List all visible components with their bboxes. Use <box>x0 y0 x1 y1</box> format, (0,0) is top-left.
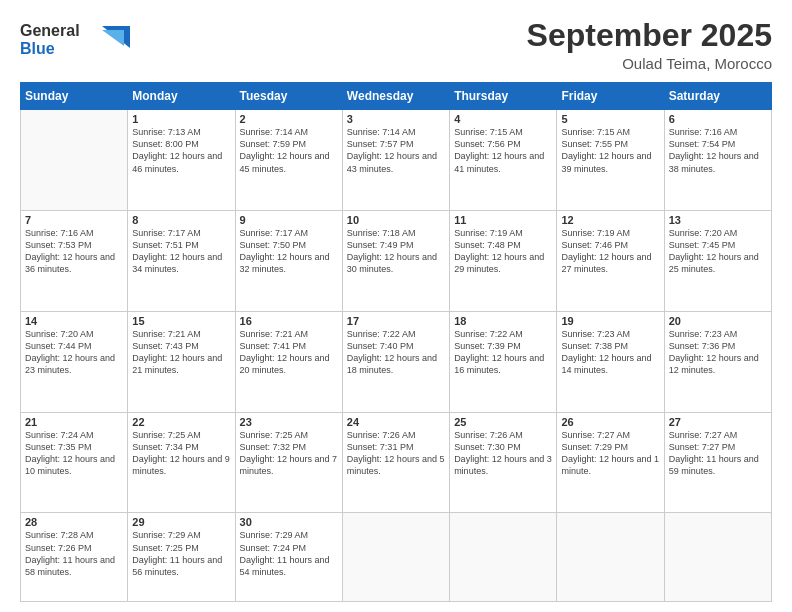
col-thursday: Thursday <box>450 83 557 110</box>
table-row: 4Sunrise: 7:15 AM Sunset: 7:56 PM Daylig… <box>450 110 557 211</box>
day-info: Sunrise: 7:23 AM Sunset: 7:36 PM Dayligh… <box>669 328 767 377</box>
day-info: Sunrise: 7:21 AM Sunset: 7:43 PM Dayligh… <box>132 328 230 377</box>
table-row: 21Sunrise: 7:24 AM Sunset: 7:35 PM Dayli… <box>21 412 128 513</box>
table-row: 2Sunrise: 7:14 AM Sunset: 7:59 PM Daylig… <box>235 110 342 211</box>
location: Oulad Teima, Morocco <box>527 55 772 72</box>
day-number: 30 <box>240 516 338 528</box>
table-row: 8Sunrise: 7:17 AM Sunset: 7:51 PM Daylig… <box>128 211 235 312</box>
day-number: 16 <box>240 315 338 327</box>
table-row: 22Sunrise: 7:25 AM Sunset: 7:34 PM Dayli… <box>128 412 235 513</box>
day-info: Sunrise: 7:20 AM Sunset: 7:44 PM Dayligh… <box>25 328 123 377</box>
calendar-table: Sunday Monday Tuesday Wednesday Thursday… <box>20 82 772 602</box>
day-info: Sunrise: 7:16 AM Sunset: 7:53 PM Dayligh… <box>25 227 123 276</box>
day-number: 20 <box>669 315 767 327</box>
calendar-header-row: Sunday Monday Tuesday Wednesday Thursday… <box>21 83 772 110</box>
day-info: Sunrise: 7:26 AM Sunset: 7:31 PM Dayligh… <box>347 429 445 478</box>
table-row: 16Sunrise: 7:21 AM Sunset: 7:41 PM Dayli… <box>235 311 342 412</box>
table-row: 17Sunrise: 7:22 AM Sunset: 7:40 PM Dayli… <box>342 311 449 412</box>
day-info: Sunrise: 7:18 AM Sunset: 7:49 PM Dayligh… <box>347 227 445 276</box>
day-number: 11 <box>454 214 552 226</box>
table-row: 12Sunrise: 7:19 AM Sunset: 7:46 PM Dayli… <box>557 211 664 312</box>
logo-text: General Blue <box>20 18 130 66</box>
col-sunday: Sunday <box>21 83 128 110</box>
day-number: 3 <box>347 113 445 125</box>
day-number: 26 <box>561 416 659 428</box>
table-row: 18Sunrise: 7:22 AM Sunset: 7:39 PM Dayli… <box>450 311 557 412</box>
table-row: 20Sunrise: 7:23 AM Sunset: 7:36 PM Dayli… <box>664 311 771 412</box>
day-number: 18 <box>454 315 552 327</box>
logo: General Blue <box>20 18 130 66</box>
day-number: 13 <box>669 214 767 226</box>
table-row: 27Sunrise: 7:27 AM Sunset: 7:27 PM Dayli… <box>664 412 771 513</box>
day-info: Sunrise: 7:29 AM Sunset: 7:25 PM Dayligh… <box>132 529 230 578</box>
day-info: Sunrise: 7:29 AM Sunset: 7:24 PM Dayligh… <box>240 529 338 578</box>
table-row: 23Sunrise: 7:25 AM Sunset: 7:32 PM Dayli… <box>235 412 342 513</box>
day-number: 29 <box>132 516 230 528</box>
table-row: 19Sunrise: 7:23 AM Sunset: 7:38 PM Dayli… <box>557 311 664 412</box>
page: General Blue September 2025 Oulad Teima,… <box>0 0 792 612</box>
day-number: 12 <box>561 214 659 226</box>
day-number: 15 <box>132 315 230 327</box>
table-row: 7Sunrise: 7:16 AM Sunset: 7:53 PM Daylig… <box>21 211 128 312</box>
day-info: Sunrise: 7:14 AM Sunset: 7:59 PM Dayligh… <box>240 126 338 175</box>
day-number: 27 <box>669 416 767 428</box>
table-row: 10Sunrise: 7:18 AM Sunset: 7:49 PM Dayli… <box>342 211 449 312</box>
day-info: Sunrise: 7:28 AM Sunset: 7:26 PM Dayligh… <box>25 529 123 578</box>
table-row <box>450 513 557 602</box>
day-info: Sunrise: 7:24 AM Sunset: 7:35 PM Dayligh… <box>25 429 123 478</box>
col-friday: Friday <box>557 83 664 110</box>
day-number: 28 <box>25 516 123 528</box>
table-row: 25Sunrise: 7:26 AM Sunset: 7:30 PM Dayli… <box>450 412 557 513</box>
day-number: 25 <box>454 416 552 428</box>
table-row: 24Sunrise: 7:26 AM Sunset: 7:31 PM Dayli… <box>342 412 449 513</box>
day-info: Sunrise: 7:15 AM Sunset: 7:56 PM Dayligh… <box>454 126 552 175</box>
day-number: 5 <box>561 113 659 125</box>
day-info: Sunrise: 7:22 AM Sunset: 7:40 PM Dayligh… <box>347 328 445 377</box>
day-info: Sunrise: 7:20 AM Sunset: 7:45 PM Dayligh… <box>669 227 767 276</box>
day-info: Sunrise: 7:22 AM Sunset: 7:39 PM Dayligh… <box>454 328 552 377</box>
table-row <box>21 110 128 211</box>
month-title: September 2025 <box>527 18 772 53</box>
table-row: 13Sunrise: 7:20 AM Sunset: 7:45 PM Dayli… <box>664 211 771 312</box>
day-info: Sunrise: 7:14 AM Sunset: 7:57 PM Dayligh… <box>347 126 445 175</box>
day-info: Sunrise: 7:13 AM Sunset: 8:00 PM Dayligh… <box>132 126 230 175</box>
svg-marker-3 <box>102 30 124 46</box>
day-info: Sunrise: 7:25 AM Sunset: 7:32 PM Dayligh… <box>240 429 338 478</box>
col-saturday: Saturday <box>664 83 771 110</box>
table-row: 26Sunrise: 7:27 AM Sunset: 7:29 PM Dayli… <box>557 412 664 513</box>
table-row <box>664 513 771 602</box>
table-row: 9Sunrise: 7:17 AM Sunset: 7:50 PM Daylig… <box>235 211 342 312</box>
table-row: 1Sunrise: 7:13 AM Sunset: 8:00 PM Daylig… <box>128 110 235 211</box>
svg-text:General: General <box>20 22 80 39</box>
day-number: 17 <box>347 315 445 327</box>
day-number: 4 <box>454 113 552 125</box>
table-row: 3Sunrise: 7:14 AM Sunset: 7:57 PM Daylig… <box>342 110 449 211</box>
table-row <box>557 513 664 602</box>
day-number: 8 <box>132 214 230 226</box>
col-tuesday: Tuesday <box>235 83 342 110</box>
table-row: 15Sunrise: 7:21 AM Sunset: 7:43 PM Dayli… <box>128 311 235 412</box>
day-number: 9 <box>240 214 338 226</box>
day-info: Sunrise: 7:19 AM Sunset: 7:46 PM Dayligh… <box>561 227 659 276</box>
header: General Blue September 2025 Oulad Teima,… <box>20 18 772 72</box>
table-row: 5Sunrise: 7:15 AM Sunset: 7:55 PM Daylig… <box>557 110 664 211</box>
title-block: September 2025 Oulad Teima, Morocco <box>527 18 772 72</box>
day-info: Sunrise: 7:19 AM Sunset: 7:48 PM Dayligh… <box>454 227 552 276</box>
table-row: 11Sunrise: 7:19 AM Sunset: 7:48 PM Dayli… <box>450 211 557 312</box>
day-number: 14 <box>25 315 123 327</box>
day-number: 2 <box>240 113 338 125</box>
col-monday: Monday <box>128 83 235 110</box>
day-number: 22 <box>132 416 230 428</box>
day-info: Sunrise: 7:21 AM Sunset: 7:41 PM Dayligh… <box>240 328 338 377</box>
day-number: 19 <box>561 315 659 327</box>
day-number: 10 <box>347 214 445 226</box>
day-number: 7 <box>25 214 123 226</box>
table-row: 29Sunrise: 7:29 AM Sunset: 7:25 PM Dayli… <box>128 513 235 602</box>
col-wednesday: Wednesday <box>342 83 449 110</box>
day-info: Sunrise: 7:15 AM Sunset: 7:55 PM Dayligh… <box>561 126 659 175</box>
day-info: Sunrise: 7:25 AM Sunset: 7:34 PM Dayligh… <box>132 429 230 478</box>
table-row: 14Sunrise: 7:20 AM Sunset: 7:44 PM Dayli… <box>21 311 128 412</box>
day-info: Sunrise: 7:26 AM Sunset: 7:30 PM Dayligh… <box>454 429 552 478</box>
day-info: Sunrise: 7:17 AM Sunset: 7:51 PM Dayligh… <box>132 227 230 276</box>
table-row: 6Sunrise: 7:16 AM Sunset: 7:54 PM Daylig… <box>664 110 771 211</box>
